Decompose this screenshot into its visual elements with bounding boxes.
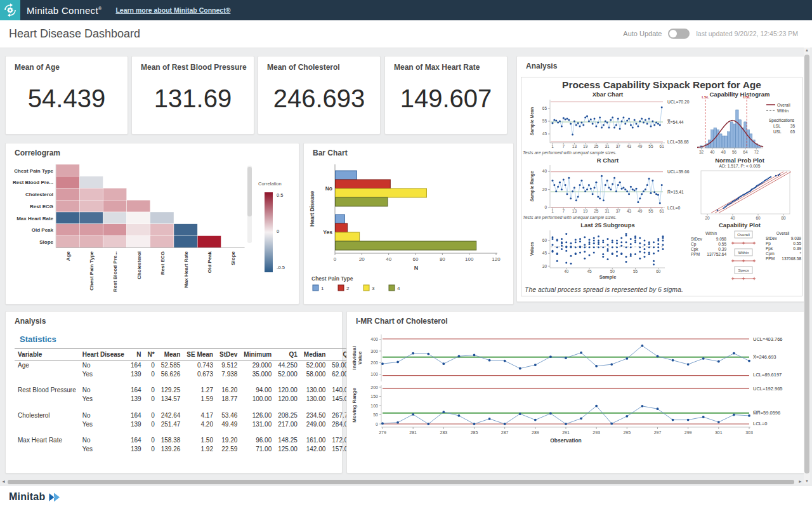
bar-chart[interactable]: NoYes020406080100120NHeart DiseaseChest …: [306, 160, 511, 303]
brand-title: Minitab Connect®: [27, 5, 102, 16]
minitab-logo[interactable]: Minitab: [9, 491, 61, 503]
svg-text:LSL: LSL: [773, 124, 781, 128]
svg-text:32: 32: [699, 150, 704, 154]
svg-text:Ppk: Ppk: [766, 246, 773, 251]
svg-text:0.39: 0.39: [793, 246, 801, 251]
auto-update-label: Auto Update: [623, 30, 662, 37]
svg-text:303: 303: [745, 430, 753, 435]
svg-text:Sample Mean: Sample Mean: [530, 107, 535, 136]
svg-text:49: 49: [638, 144, 643, 149]
svg-text:60: 60: [656, 269, 661, 274]
svg-text:Heart Disease: Heart Disease: [309, 191, 315, 227]
svg-text:9.039: 9.039: [791, 236, 802, 241]
svg-text:281: 281: [409, 430, 417, 435]
svg-text:The actual process spread is r: The actual process spread is represented…: [525, 286, 683, 293]
svg-text:25: 25: [594, 209, 599, 213]
svg-text:287: 287: [501, 430, 509, 435]
svg-text:0.5: 0.5: [277, 192, 283, 198]
svg-text:150: 150: [370, 394, 378, 399]
svg-text:48: 48: [721, 150, 726, 154]
svg-text:Cpm: Cpm: [766, 251, 775, 256]
svg-text:0: 0: [376, 422, 378, 426]
process-capability-sixpack-report[interactable]: Process Capability Sixpack Report for Ag…: [521, 77, 802, 298]
svg-text:19: 19: [583, 144, 588, 149]
svg-text:Age: Age: [65, 251, 71, 261]
kpi-title: Mean of Cholesterol: [258, 56, 380, 72]
column-header: Minimum: [240, 349, 275, 360]
table-row: Yes139056.6260.6737.93835.00052.00058.00…: [15, 369, 390, 378]
imr-chart[interactable]: IndividualValue100200300400UCL=403.766X̅…: [350, 327, 805, 470]
kpi-title: Mean of Rest Blood Pressure: [132, 56, 254, 72]
svg-text:Within: Within: [738, 250, 749, 255]
svg-text:40: 40: [542, 169, 547, 173]
svg-text:30: 30: [542, 264, 547, 268]
last-updated-text: last updated 9/20/22, 12:45:23 PM: [696, 30, 798, 37]
correlogram-panel: Correlogram Chest Pain TypeRest Blood Pr…: [5, 143, 299, 305]
kpi-value: 54.439: [6, 72, 128, 134]
svg-text:60: 60: [756, 216, 761, 220]
svg-text:100: 100: [370, 404, 378, 408]
svg-text:40: 40: [564, 269, 569, 274]
panel-title: Analysis: [15, 317, 46, 326]
svg-text:283: 283: [440, 430, 447, 435]
scroll-left-icon[interactable]: ◄: [1, 479, 6, 484]
kpi-value: 131.69: [132, 72, 254, 134]
svg-text:Rest ECG: Rest ECG: [160, 251, 166, 275]
svg-text:0.55: 0.55: [718, 242, 726, 246]
svg-text:Rest ECG: Rest ECG: [30, 204, 53, 209]
correlogram-heatmap[interactable]: Chest Pain TypeRest Blood Pre...Choleste…: [8, 160, 296, 302]
svg-text:49: 49: [638, 209, 643, 213]
svg-text:289: 289: [532, 430, 539, 435]
svg-text:Chest Pain Type: Chest Pain Type: [89, 251, 95, 290]
horizontal-scrollbar-thumb[interactable]: [8, 480, 794, 484]
learn-more-link[interactable]: Learn more about Minitab Connect®: [115, 6, 230, 14]
svg-text:50: 50: [373, 413, 378, 417]
svg-text:137752.64: 137752.64: [707, 252, 726, 256]
svg-text:Slope: Slope: [39, 239, 53, 245]
svg-text:0.55: 0.55: [793, 241, 801, 246]
svg-text:StDev: StDev: [766, 236, 777, 241]
svg-text:19: 19: [583, 209, 588, 213]
gear-refresh-icon: [3, 3, 18, 18]
panel-title: I-MR Chart of Cholesterol: [356, 317, 448, 326]
svg-text:Tests are performed with unequ: Tests are performed with unequal sample …: [523, 215, 617, 220]
scroll-down-icon[interactable]: ▼: [804, 479, 809, 483]
imr-chart-panel: I-MR Chart of Cholesterol IndividualValu…: [346, 311, 807, 473]
vertical-scrollbar-thumb[interactable]: [804, 55, 809, 473]
svg-text:Rest Blood Pre...: Rest Blood Pre...: [112, 251, 118, 292]
minitab-logo-text: Minitab: [9, 491, 45, 503]
svg-text:UCL=39.66: UCL=39.66: [667, 169, 690, 174]
auto-update-toggle[interactable]: [668, 29, 690, 39]
svg-text:R Chart: R Chart: [597, 157, 619, 164]
svg-text:56: 56: [732, 150, 737, 154]
svg-text:Chest Pain Type: Chest Pain Type: [14, 168, 53, 174]
scroll-up-icon[interactable]: ▲: [804, 48, 809, 52]
table-row: Yes1390251.474.2049.49131.00217.00249.00…: [15, 420, 390, 428]
svg-text:7: 7: [562, 209, 565, 213]
svg-text:Tests are performed with unequ: Tests are performed with unequal sample …: [523, 150, 617, 155]
svg-text:Cpk: Cpk: [691, 247, 698, 252]
bar-chart-panel: Bar Chart NoYes020406080100120NHeart Dis…: [303, 143, 514, 305]
svg-text:Capability Plot: Capability Plot: [719, 221, 761, 228]
svg-text:M̅R̅=59.0596: M̅R̅=59.0596: [753, 410, 780, 416]
svg-text:Observation: Observation: [550, 437, 582, 444]
table-row: Yes1390134.571.5918.77100.00120.00130.00…: [15, 395, 390, 404]
svg-text:AD: 1.517, P: < 0.005: AD: 1.517, P: < 0.005: [719, 164, 760, 168]
svg-text:20: 20: [542, 187, 547, 192]
column-header: StDev: [216, 349, 240, 360]
column-header: Mean: [158, 349, 184, 360]
svg-text:Values: Values: [530, 242, 534, 256]
statistics-table: VariableHeart DiseaseNN*MeanSE MeanStDev…: [15, 348, 390, 454]
svg-text:Cholesterol: Cholesterol: [25, 192, 53, 197]
minitab-connect-logo-icon[interactable]: [0, 0, 20, 20]
svg-text:Specs: Specs: [738, 268, 749, 272]
scroll-right-icon[interactable]: ►: [798, 479, 802, 484]
statistics-heading: Statistics: [20, 334, 56, 344]
svg-text:291: 291: [562, 430, 570, 435]
column-header: Heart Disease: [79, 349, 128, 360]
svg-text:4: 4: [397, 286, 400, 291]
table-row: CholesterolNo1640242.644.1753.46126.0020…: [15, 404, 390, 420]
horizontal-scrollbar[interactable]: ◄ ►: [0, 479, 804, 486]
panel-title: Analysis: [526, 62, 557, 70]
vertical-scrollbar[interactable]: ▲ ▼: [804, 48, 810, 484]
